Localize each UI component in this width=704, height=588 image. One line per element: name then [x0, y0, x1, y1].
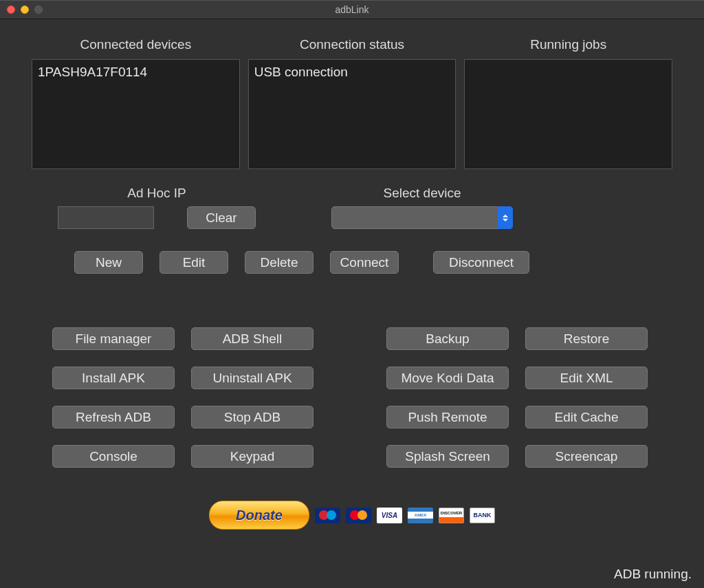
console-button[interactable]: Console	[52, 445, 175, 468]
keypad-button[interactable]: Keypad	[191, 445, 314, 468]
screencap-button[interactable]: Screencap	[525, 445, 648, 468]
donate-button[interactable]: Donate	[209, 501, 309, 530]
titlebar: adbLink	[0, 0, 704, 19]
connected-devices-list[interactable]: 1PASH9A17F0114	[32, 59, 240, 169]
uninstall-apk-button[interactable]: Uninstall APK	[191, 367, 314, 389]
stop-adb-button[interactable]: Stop ADB	[191, 406, 314, 428]
adhoc-ip-label: Ad Hoc IP	[127, 186, 186, 201]
new-button[interactable]: New	[74, 251, 143, 274]
statusbar: ADB running.	[0, 560, 704, 588]
list-item[interactable]: USB connection	[254, 64, 450, 81]
running-jobs-label: Running jobs	[464, 37, 672, 52]
restore-button[interactable]: Restore	[525, 327, 648, 350]
refresh-adb-button[interactable]: Refresh ADB	[52, 406, 175, 428]
connection-status-list[interactable]: USB connection	[248, 59, 456, 169]
push-remote-button[interactable]: Push Remote	[386, 406, 509, 428]
window-controls	[7, 6, 43, 14]
list-item[interactable]: 1PASH9A17F0114	[38, 64, 234, 81]
dropdown-arrow-icon[interactable]	[498, 206, 513, 229]
visa-card-icon: VISA	[377, 508, 402, 523]
file-manager-button[interactable]: File manager	[52, 327, 175, 350]
splash-screen-button[interactable]: Splash Screen	[386, 445, 509, 468]
delete-button[interactable]: Delete	[245, 251, 314, 274]
close-window-icon[interactable]	[7, 6, 15, 14]
connect-button[interactable]: Connect	[330, 251, 399, 274]
select-device-label: Select device	[383, 186, 461, 201]
move-kodi-data-button[interactable]: Move Kodi Data	[386, 367, 509, 389]
donate-row: Donate VISA AMEX DISCOVER BANK	[32, 501, 672, 530]
connected-devices-panel: Connected devices 1PASH9A17F0114	[32, 37, 240, 169]
backup-button[interactable]: Backup	[386, 327, 509, 350]
connected-devices-label: Connected devices	[32, 37, 240, 52]
running-jobs-panel: Running jobs	[464, 37, 672, 169]
window-title: adbLink	[0, 4, 704, 15]
running-jobs-list[interactable]	[464, 59, 672, 169]
amex-card-icon: AMEX	[408, 508, 433, 523]
adb-shell-button[interactable]: ADB Shell	[191, 327, 314, 350]
bank-card-icon: BANK	[470, 508, 495, 523]
status-text: ADB running.	[614, 567, 692, 582]
discover-card-icon: DISCOVER	[439, 508, 464, 523]
connection-status-label: Connection status	[248, 37, 456, 52]
select-device-dropdown[interactable]	[331, 206, 513, 229]
install-apk-button[interactable]: Install APK	[52, 367, 175, 389]
mastercard-icon	[346, 508, 371, 523]
edit-cache-button[interactable]: Edit Cache	[525, 406, 648, 428]
disconnect-button[interactable]: Disconnect	[433, 251, 529, 274]
maestro-card-icon	[315, 508, 340, 523]
clear-button[interactable]: Clear	[187, 206, 256, 229]
maximize-window-icon	[34, 6, 43, 14]
minimize-window-icon[interactable]	[21, 6, 29, 14]
edit-xml-button[interactable]: Edit XML	[525, 367, 648, 389]
connection-status-panel: Connection status USB connection	[248, 37, 456, 169]
adhoc-ip-input[interactable]	[58, 206, 154, 229]
edit-button[interactable]: Edit	[160, 251, 228, 274]
